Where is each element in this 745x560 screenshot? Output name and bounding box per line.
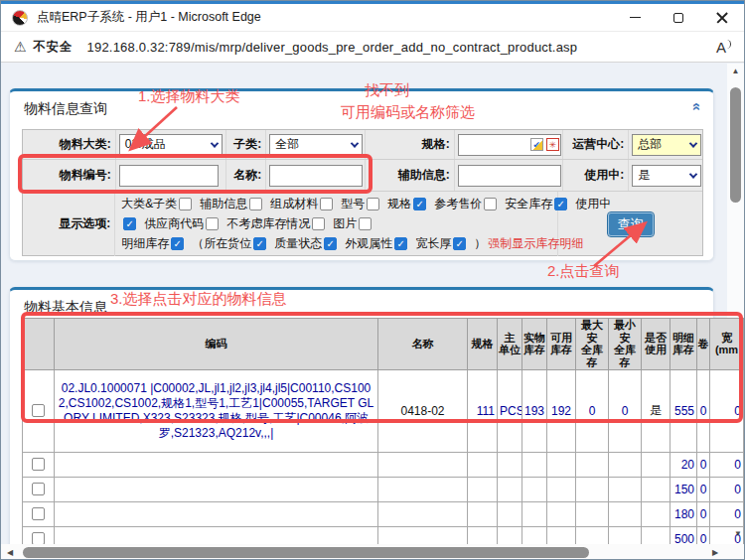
- name-input[interactable]: [269, 165, 363, 187]
- chevron-down-icon: [689, 139, 697, 147]
- option-label: 规格: [387, 196, 411, 212]
- row-checkbox[interactable]: [32, 483, 45, 495]
- scroll-right-icon[interactable]: ▶: [712, 548, 718, 557]
- cell: [498, 477, 522, 501]
- row-checkbox[interactable]: [32, 458, 45, 471]
- option-checkbox[interactable]: ✓: [394, 237, 407, 250]
- material-code-input[interactable]: [119, 165, 219, 187]
- material-row[interactable]: 02.JL0.1000071 |C00002,JL,jl1,jl2,jl3,jl…: [23, 369, 744, 452]
- scroll-up-icon[interactable]: ▲: [727, 67, 744, 75]
- option-checkbox[interactable]: [320, 198, 333, 210]
- row-select-cell: [23, 477, 55, 501]
- cell: 150: [670, 477, 697, 501]
- operation-center-select[interactable]: 总部: [632, 134, 701, 156]
- window-title: 点晴ERP子系统 - 用户1 - Microsoft Edge: [37, 9, 261, 26]
- collapse-panel-icon[interactable]: «: [688, 102, 705, 110]
- in-use-select[interactable]: 是: [632, 165, 701, 187]
- option-label: 辅助信息: [200, 196, 247, 212]
- close-button[interactable]: [700, 4, 744, 31]
- option-checkbox[interactable]: ✓: [253, 237, 266, 250]
- select-value: 02:成品: [125, 136, 166, 153]
- material-row[interactable]: 15000: [23, 477, 744, 501]
- cell: [55, 501, 378, 526]
- chevron-down-icon: [210, 139, 218, 147]
- cell: [547, 477, 576, 501]
- option-checkbox[interactable]: [206, 217, 219, 230]
- spec-clear-icon[interactable]: ✳: [546, 138, 559, 151]
- insecure-label[interactable]: 不安全: [34, 39, 73, 56]
- row-checkbox[interactable]: [32, 404, 45, 417]
- query-form: 物料大类: 02:成品 子类: 全部 规格:: [22, 129, 703, 256]
- cell: 0: [697, 369, 710, 452]
- annotation-step3: 3.选择点击对应的物料信息: [110, 290, 287, 309]
- cell: [468, 501, 498, 526]
- option-label: 安全库存: [505, 196, 552, 212]
- app-favicon-icon: [12, 10, 28, 26]
- option-checkbox[interactable]: ✓: [171, 237, 184, 250]
- column-header: [23, 319, 55, 370]
- cell: [547, 501, 576, 526]
- option-checkbox[interactable]: [484, 198, 497, 210]
- chevron-down-icon: [689, 170, 697, 178]
- maximize-button[interactable]: [657, 4, 700, 31]
- option-label: 质量状态: [274, 235, 322, 252]
- option-checkbox[interactable]: [312, 217, 325, 230]
- spec-label: 规格:: [366, 130, 455, 159]
- cell: [498, 501, 522, 526]
- option-checkbox[interactable]: ✓: [413, 198, 426, 210]
- option-checkbox[interactable]: [179, 198, 192, 210]
- option-checkbox[interactable]: ✓: [324, 237, 337, 250]
- query-panel-title: 物料信息查询: [24, 100, 107, 118]
- option-label: （所在货位: [192, 235, 251, 252]
- cell: 02.JL0.1000071 |C00002,JL,jl1,jl2,jl3,jl…: [55, 369, 378, 452]
- cell: [642, 452, 670, 477]
- material-category-select[interactable]: 02:成品: [119, 134, 223, 156]
- material-category-label: 物料大类:: [23, 130, 116, 159]
- url-text[interactable]: 192.168.0.32:789/mis/mrp/deliver_goods_p…: [87, 40, 578, 55]
- cell: [576, 477, 609, 501]
- name-label: 名称:: [226, 160, 266, 191]
- option-checkbox[interactable]: [359, 217, 372, 230]
- spec-picker-icon[interactable]: ✔: [530, 138, 543, 151]
- vertical-scrollbar-thumb[interactable]: [730, 87, 741, 203]
- row-select-cell: [23, 369, 55, 452]
- annotation-step1: 1.选择物料大类: [138, 87, 240, 106]
- close-icon: [716, 12, 728, 24]
- column-header: 编码: [55, 319, 378, 370]
- minimize-button[interactable]: [613, 4, 657, 31]
- cell: 555: [670, 369, 697, 452]
- material-row[interactable]: 18000: [23, 501, 744, 526]
- scroll-down-icon[interactable]: ▼: [734, 529, 742, 538]
- aux-info-input[interactable]: [458, 165, 561, 187]
- row-checkbox[interactable]: [32, 507, 45, 520]
- cell: 0: [697, 477, 710, 501]
- query-button[interactable]: 查询: [608, 212, 654, 236]
- horizontal-scrollbar-thumb[interactable]: [23, 547, 589, 558]
- scroll-left-icon[interactable]: ◀: [7, 548, 13, 557]
- subcategory-select[interactable]: 全部: [269, 134, 363, 156]
- column-header: 是否 使用: [642, 319, 670, 370]
- option-checkbox[interactable]: [249, 198, 262, 210]
- option-checkbox[interactable]: [367, 198, 379, 210]
- address-bar[interactable]: ⚠ 不安全 192.168.0.32:789/mis/mrp/deliver_g…: [1, 32, 744, 63]
- option-label: 明细库存: [121, 235, 169, 252]
- title-bar: 点晴ERP子系统 - 用户1 - Microsoft Edge: [1, 1, 744, 32]
- cell: 0: [609, 369, 642, 452]
- maximize-icon: [673, 13, 683, 23]
- option-label: 参考售价: [434, 196, 482, 212]
- option-checkbox[interactable]: ✓: [123, 217, 136, 230]
- material-info-panel: 物料基本信息 编码名称规格主 单位实物 库存可用 库存最大安 全库存最小安 全库…: [9, 287, 714, 560]
- horizontal-scrollbar[interactable]: ◀ ▶: [1, 544, 745, 560]
- material-row[interactable]: 2000: [23, 452, 744, 477]
- column-header: 宽 (mm: [710, 319, 744, 370]
- option-checkbox[interactable]: ✓: [453, 237, 466, 250]
- row-checkbox[interactable]: [32, 532, 45, 545]
- column-header: 实物 库存: [522, 319, 547, 370]
- cell: PCS: [498, 369, 522, 452]
- select-value: 是: [638, 167, 650, 184]
- cell: 是: [642, 369, 670, 452]
- cell: [378, 501, 468, 526]
- results-panel-title: 物料基本信息: [24, 299, 107, 317]
- cell: 0: [697, 501, 710, 526]
- read-aloud-icon[interactable]: A: [716, 39, 731, 56]
